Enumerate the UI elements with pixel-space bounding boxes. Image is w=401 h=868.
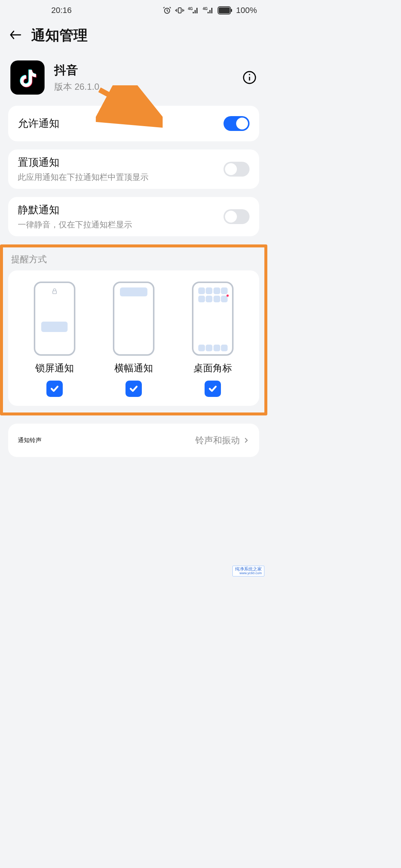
silent-notifications-card: 静默通知 一律静音，仅在下拉通知栏显示 — [8, 197, 259, 236]
watermark: 纯净系统之家 www.yc60.com — [232, 566, 264, 576]
silent-toggle[interactable] — [224, 209, 250, 224]
svg-rect-6 — [231, 9, 232, 12]
battery-icon — [218, 6, 232, 14]
lockscreen-mock-icon — [34, 282, 75, 356]
page-header: 通知管理 — [0, 21, 267, 54]
svg-rect-10 — [53, 291, 56, 294]
app-version: 版本 26.1.0 — [54, 81, 242, 93]
reminder-banner-checkbox[interactable] — [125, 381, 142, 397]
svg-text:4G: 4G — [203, 7, 208, 11]
douyin-icon — [17, 67, 38, 88]
allow-notifications-card: 允许通知 — [8, 106, 259, 141]
reminder-banner-label: 横幅通知 — [114, 362, 153, 375]
app-info-section: 抖音 版本 26.1.0 — [8, 54, 259, 106]
reminder-section-title: 提醒方式 — [11, 253, 256, 265]
status-icons: 4G 4G 100% — [163, 6, 257, 15]
check-icon — [128, 384, 139, 394]
reminder-option-lockscreen[interactable]: 锁屏通知 — [15, 282, 94, 397]
reminder-lock-label: 锁屏通知 — [35, 362, 74, 375]
app-icon-douyin — [10, 60, 45, 95]
pin-sublabel: 此应用通知在下拉通知栏中置顶显示 — [18, 172, 224, 183]
ringtone-value: 铃声和振动 — [195, 434, 240, 446]
silent-label: 静默通知 — [18, 203, 224, 217]
ringtone-row[interactable]: 通知铃声 铃声和振动 — [8, 424, 259, 457]
info-button[interactable] — [242, 70, 257, 85]
silent-sublabel: 一律静音，仅在下拉通知栏显示 — [18, 219, 224, 230]
svg-rect-1 — [178, 8, 181, 13]
vibrate-icon — [175, 6, 184, 15]
check-icon — [208, 384, 218, 394]
back-arrow-icon — [8, 27, 23, 42]
reminder-lock-checkbox[interactable] — [46, 381, 63, 397]
status-bar: 20:16 4G 4G 100% — [0, 0, 267, 21]
reminder-highlight-box: 提醒方式 锁屏通知 横幅通知 — [0, 244, 267, 415]
svg-point-9 — [249, 74, 250, 75]
reminder-card: 锁屏通知 横幅通知 — [8, 270, 259, 406]
page-title: 通知管理 — [31, 26, 88, 45]
status-time: 20:16 — [51, 6, 72, 15]
svg-rect-5 — [219, 7, 230, 13]
lock-icon — [51, 287, 58, 295]
allow-toggle[interactable] — [224, 116, 250, 131]
pin-notifications-card: 置顶通知 此应用通知在下拉通知栏中置顶显示 — [8, 149, 259, 189]
signal-4g-2-icon: 4G — [203, 6, 214, 15]
signal-4g-1-icon: 4G — [188, 6, 199, 15]
app-name: 抖音 — [54, 62, 242, 79]
ringtone-label: 通知铃声 — [18, 437, 195, 444]
info-icon — [242, 70, 257, 85]
check-icon — [49, 384, 60, 394]
reminder-option-banner[interactable]: 横幅通知 — [94, 282, 173, 397]
reminder-badge-checkbox[interactable] — [205, 381, 221, 397]
svg-text:4G: 4G — [188, 7, 193, 11]
back-button[interactable] — [8, 27, 23, 44]
allow-notifications-row[interactable]: 允许通知 — [18, 106, 250, 141]
reminder-badge-label: 桌面角标 — [193, 362, 232, 375]
alarm-icon — [163, 6, 172, 15]
reminder-option-badge[interactable]: 桌面角标 — [173, 282, 252, 397]
pin-notifications-row[interactable]: 置顶通知 此应用通知在下拉通知栏中置顶显示 — [18, 149, 250, 189]
pin-toggle[interactable] — [224, 162, 250, 177]
watermark-sub: www.yc60.com — [235, 572, 262, 575]
allow-label: 允许通知 — [18, 116, 224, 131]
chevron-right-icon — [243, 437, 250, 444]
badge-mock-icon — [192, 282, 234, 356]
pin-label: 置顶通知 — [18, 155, 224, 170]
banner-mock-icon — [113, 282, 154, 356]
battery-text: 100% — [236, 6, 257, 15]
silent-notifications-row[interactable]: 静默通知 一律静音，仅在下拉通知栏显示 — [18, 197, 250, 236]
